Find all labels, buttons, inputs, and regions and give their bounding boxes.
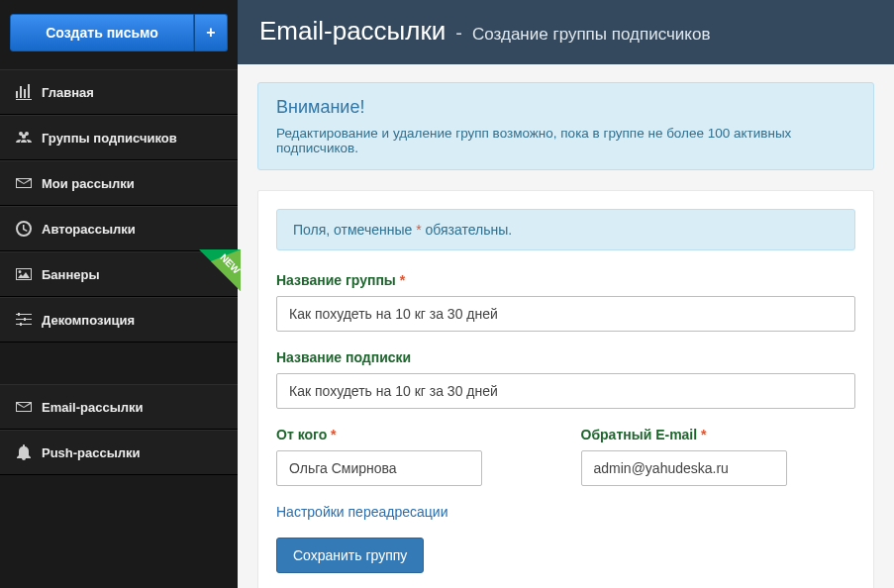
note-pre: Поля, отмеченные (293, 222, 416, 238)
sidebar-item-label: Email-рассылки (42, 400, 144, 415)
clock-icon (16, 221, 32, 237)
sidebar-item-push-mailings[interactable]: Push-рассылки (0, 430, 238, 475)
create-button-group: Создать письмо + (0, 0, 238, 69)
asterisk-icon: * (331, 427, 336, 442)
sidebar-item-my-mailings[interactable]: Мои рассылки (0, 160, 238, 206)
sidebar-item-email-mailings[interactable]: Email-рассылки (0, 384, 238, 430)
reply-email-input[interactable] (581, 450, 787, 486)
sidebar-item-label: Мои рассылки (42, 176, 135, 191)
bell-icon (16, 444, 32, 460)
attention-alert: Внимание! Редактирование и удаление груп… (257, 82, 874, 170)
save-group-button[interactable]: Сохранить группу (276, 538, 424, 573)
nav-group-secondary: Email-рассылки Push-рассылки (0, 384, 238, 475)
svg-marker-0 (199, 249, 241, 291)
field-subscription-name: Название подписки (276, 349, 855, 409)
svg-marker-1 (211, 249, 241, 291)
page-subtitle: Создание группы подписчиков (472, 25, 710, 45)
create-letter-button[interactable]: Создать письмо (10, 14, 194, 51)
sidebar: Создать письмо + Главная Группы подписчи… (0, 0, 238, 588)
form-row-sender: От кого * Обратный E-mail * (276, 427, 855, 504)
field-group-name: Название группы * (276, 272, 855, 332)
group-name-input[interactable] (276, 296, 855, 332)
label-text: От кого (276, 427, 327, 442)
header-separator: - (455, 22, 462, 45)
sliders-icon (16, 312, 32, 328)
sidebar-item-automailings[interactable]: Авторассылки (0, 206, 238, 251)
subscription-name-label: Название подписки (276, 349, 855, 365)
sidebar-item-label: Главная (42, 85, 94, 100)
sidebar-item-home[interactable]: Главная (0, 69, 238, 115)
sidebar-item-label: Декомпозиция (42, 313, 135, 328)
envelope-icon (16, 175, 32, 191)
field-reply-email: Обратный E-mail * (581, 427, 856, 486)
users-icon (16, 130, 32, 146)
content: Внимание! Редактирование и удаление груп… (238, 64, 894, 588)
sidebar-item-label: Авторассылки (42, 222, 136, 237)
note-post: обязательны. (422, 222, 513, 238)
sidebar-item-label: Push-рассылки (42, 445, 141, 460)
sidebar-item-subscriber-groups[interactable]: Группы подписчиков (0, 115, 238, 160)
svg-text:NEW: NEW (218, 251, 241, 276)
create-plus-button[interactable]: + (194, 14, 228, 51)
required-fields-note: Поля, отмеченные * обязательны. (276, 209, 855, 250)
form-card: Поля, отмеченные * обязательны. Название… (257, 190, 874, 588)
reply-email-label: Обратный E-mail * (581, 427, 856, 442)
subscription-name-input[interactable] (276, 373, 855, 409)
sidebar-item-decomposition[interactable]: Декомпозиция (0, 297, 238, 343)
field-from: От кого * (276, 427, 551, 486)
page-header: Email-рассылки - Создание группы подписч… (238, 0, 894, 64)
new-badge: NEW (199, 249, 241, 291)
main-area: Email-рассылки - Создание группы подписч… (238, 0, 894, 588)
from-input[interactable] (276, 450, 482, 486)
sidebar-item-banners[interactable]: Баннеры NEW (0, 251, 238, 297)
page-title: Email-рассылки (259, 16, 446, 47)
alert-title: Внимание! (276, 97, 855, 118)
label-text: Название подписки (276, 349, 411, 365)
sidebar-item-label: Баннеры (42, 267, 100, 282)
redirect-settings-link[interactable]: Настройки переадресации (276, 504, 447, 520)
from-label: От кого * (276, 427, 551, 442)
asterisk-icon: * (701, 427, 706, 442)
label-text: Название группы (276, 272, 396, 288)
alert-text: Редактирование и удаление групп возможно… (276, 126, 855, 155)
nav-group-main: Главная Группы подписчиков Мои рассылки … (0, 69, 238, 343)
envelope-icon (16, 399, 32, 415)
group-name-label: Название группы * (276, 272, 855, 288)
chart-icon (16, 84, 32, 100)
asterisk-icon: * (400, 272, 405, 288)
label-text: Обратный E-mail (581, 427, 698, 442)
image-icon (16, 266, 32, 282)
sidebar-item-label: Группы подписчиков (42, 131, 177, 146)
